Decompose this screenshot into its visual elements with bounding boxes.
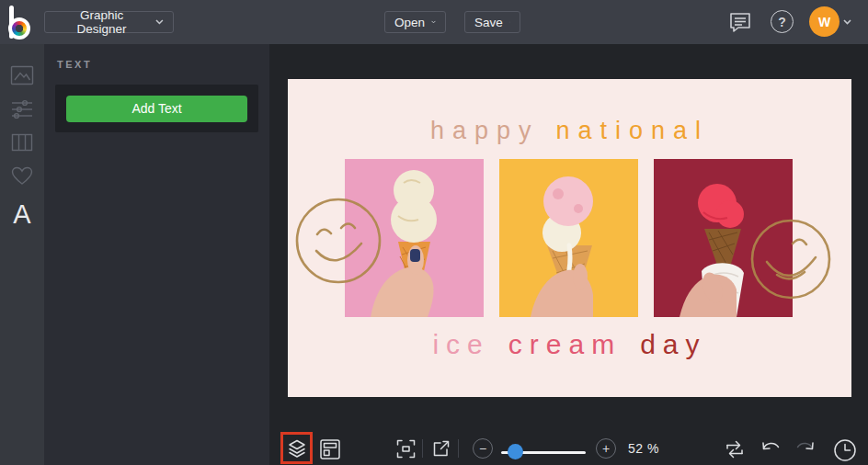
toolbar-divider bbox=[422, 439, 423, 458]
layers-icon bbox=[287, 438, 307, 459]
footer-word-cream: cream bbox=[508, 329, 622, 359]
smiley-sticker-left[interactable] bbox=[293, 196, 383, 286]
chevron-down-icon bbox=[431, 19, 436, 25]
zoom-in-button[interactable]: + bbox=[596, 438, 616, 459]
footer-text-layer[interactable]: icecreamday bbox=[288, 329, 851, 360]
sidebar-item-layouts[interactable] bbox=[0, 127, 44, 158]
text-icon: A bbox=[13, 201, 30, 228]
account-chevron-down-icon[interactable] bbox=[843, 19, 851, 25]
app-mode-label: Graphic Designer bbox=[54, 8, 149, 36]
add-text-button[interactable]: Add Text bbox=[66, 96, 247, 122]
app-mode-menu[interactable]: Graphic Designer bbox=[44, 11, 174, 33]
title-word-national: national bbox=[555, 117, 709, 144]
history-icon[interactable] bbox=[833, 438, 857, 462]
title-text-layer[interactable]: happynational bbox=[288, 117, 851, 145]
topbar: Graphic Designer Open Save ? W bbox=[0, 0, 868, 44]
footer-word-day: day bbox=[640, 329, 706, 359]
redo-icon[interactable] bbox=[794, 439, 816, 457]
sidebar-item-text[interactable]: A bbox=[0, 197, 44, 232]
tool-rail: A bbox=[0, 44, 44, 465]
toolbar-divider bbox=[458, 439, 459, 458]
footer-word-ice: ice bbox=[432, 329, 489, 359]
open-new-window-icon[interactable] bbox=[432, 439, 451, 458]
sidebar-item-edit[interactable] bbox=[0, 94, 44, 125]
zoom-out-button[interactable]: − bbox=[473, 438, 493, 459]
user-avatar[interactable]: W bbox=[809, 6, 839, 37]
compare-icon[interactable] bbox=[724, 439, 746, 459]
panel-title: TEXT bbox=[57, 59, 92, 70]
open-button[interactable]: Open bbox=[384, 11, 446, 33]
feedback-chat-icon[interactable] bbox=[728, 10, 752, 34]
text-panel: TEXT Add Text bbox=[44, 44, 269, 465]
chevron-down-icon bbox=[509, 19, 510, 25]
avatar-initial: W bbox=[818, 15, 830, 29]
columns-icon bbox=[11, 133, 33, 152]
title-word-happy: happy bbox=[430, 117, 540, 144]
add-text-section: Add Text bbox=[55, 85, 258, 132]
zoom-slider-handle[interactable] bbox=[508, 444, 523, 459]
help-icon[interactable]: ? bbox=[771, 10, 794, 33]
save-button[interactable]: Save bbox=[464, 11, 520, 33]
chevron-down-icon bbox=[155, 19, 164, 25]
layers-button-highlighted[interactable] bbox=[280, 432, 313, 464]
zoom-percentage: 52 % bbox=[628, 441, 659, 456]
sidebar-item-photos[interactable] bbox=[0, 60, 44, 91]
smiley-sticker-right[interactable] bbox=[749, 218, 832, 301]
image-icon bbox=[10, 65, 34, 85]
heart-icon bbox=[11, 166, 33, 186]
workspace: happynational bbox=[269, 44, 868, 465]
design-canvas[interactable]: happynational bbox=[288, 79, 851, 397]
resize-template-icon[interactable] bbox=[319, 438, 341, 460]
fit-screen-icon[interactable] bbox=[396, 439, 416, 459]
adjustments-icon bbox=[11, 99, 33, 119]
photo-strawberry-cone[interactable] bbox=[499, 159, 638, 317]
befunky-logo-icon[interactable] bbox=[8, 6, 40, 40]
sidebar-item-favorites[interactable] bbox=[0, 160, 44, 191]
undo-icon[interactable] bbox=[760, 439, 782, 457]
